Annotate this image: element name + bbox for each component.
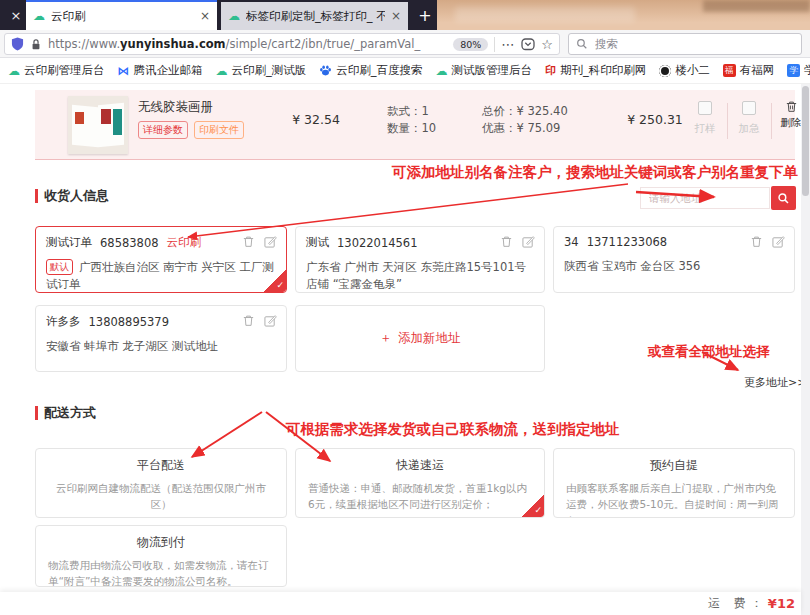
search-icon — [576, 38, 588, 50]
youfu-icon: 福 — [723, 64, 736, 77]
delivery-method-express-selected[interactable]: 快递速运 普通快递：申通、邮政随机发货，首重1kg以内6元，续重根据地区不同进行… — [295, 448, 545, 518]
new-tab-button[interactable]: + — [413, 4, 437, 26]
search-icon — [777, 192, 790, 205]
recipient-section-title: 收货人信息 — [35, 187, 109, 205]
proof-option: 打样 — [685, 100, 725, 136]
delivery-tip-annotation: 可根据需求选择发货或自己联系物流，送到指定地址 — [286, 420, 620, 439]
desktop-blur-shape — [703, 0, 810, 12]
recipient-name: 测试订单 — [46, 235, 92, 250]
address-search-button[interactable] — [771, 186, 796, 210]
delivery-method-freight-collect[interactable]: 物流到付 物流费用由物流公司收取，如需发物流，请在订单“附言”中备注需要发的物流… — [35, 525, 287, 587]
tab-yunyinshua[interactable]: ☁ 云印刷 × — [26, 0, 217, 30]
selected-check-corner: ✓ — [522, 495, 544, 517]
address-text: 陕西省 宝鸡市 金台区 356 — [564, 258, 784, 275]
delivery-method-pickup[interactable]: 预约自提 由顾客联系客服后亲自上门提取，广州市内免运费，外区收费5-10元。自提… — [553, 448, 795, 518]
url-bar[interactable]: https://www.yunyinshua.com/simple/cart2/… — [4, 33, 560, 55]
section-bar — [35, 189, 38, 203]
bookmark-test-admin[interactable]: ☁测试版管理后台 — [436, 63, 533, 78]
product-title[interactable]: 无线胶装画册 — [138, 99, 213, 116]
shield-icon[interactable] — [11, 37, 24, 51]
trash-icon — [785, 100, 798, 113]
browser-search-input[interactable] — [593, 36, 794, 52]
address-card[interactable]: 34 13711233068 陕西省 宝鸡市 金台区 356 — [553, 226, 795, 293]
browser-search-bar[interactable] — [568, 33, 802, 55]
discount-value: 优惠：¥ 75.09 — [482, 120, 568, 137]
bookmark-tencent-mail[interactable]: ⋈腾讯企业邮箱 — [118, 63, 203, 78]
trash-icon[interactable] — [242, 314, 255, 327]
address-search-box[interactable] — [640, 187, 770, 209]
address-card[interactable]: 许多多 13808895379 安徽省 蚌埠市 龙子湖区 测试地址 — [35, 305, 287, 372]
address-alias: 云印刷 — [167, 235, 202, 250]
recipient-phone: 13808895379 — [89, 315, 169, 329]
address-card-selected[interactable]: 测试订单 68583808 云印刷 默认广西壮族自治区 南宁市 兴宁区 工厂测试… — [35, 226, 287, 293]
method-name: 物流到付 — [48, 534, 274, 551]
delivery-method-platform[interactable]: 平台配送 云印刷网自建物流配送（配送范围仅限广州市区） — [35, 448, 287, 518]
pocket-icon[interactable] — [521, 37, 535, 51]
recipient-phone: 13711233068 — [587, 235, 667, 249]
selected-check-corner: ✓ — [264, 270, 286, 292]
product-image[interactable] — [68, 96, 128, 154]
address-card[interactable]: 测试 13022014561 广东省 广州市 天河区 东莞庄路15号101号店铺… — [295, 226, 545, 293]
subtotal-price: ¥ 250.31 — [615, 112, 695, 127]
print-file-tag[interactable]: 印刷文件 — [194, 121, 244, 139]
tencent-mail-icon: ⋈ — [118, 64, 130, 78]
section-title-text: 收货人信息 — [44, 187, 109, 205]
style-value: 款式：1 — [387, 103, 436, 120]
scrollbar-thumb[interactable] — [802, 86, 809, 196]
unit-price: ¥ 32.54 — [273, 112, 359, 127]
total-value: 总价：¥ 325.40 — [482, 103, 568, 120]
shipping-fee-value: ¥12 — [768, 596, 795, 611]
method-name: 平台配送 — [48, 457, 274, 474]
tab-label: 云印刷 — [51, 9, 194, 24]
edit-icon[interactable] — [264, 314, 277, 327]
bookmark-star-icon[interactable]: ☆ — [541, 37, 553, 52]
address-search-input[interactable] — [647, 191, 763, 205]
address-text: 广西壮族自治区 南宁市 兴宁区 工厂测试订单 — [46, 260, 274, 291]
style-quantity: 款式：1 数量：10 — [387, 103, 436, 137]
delivery-section-title: 配送方式 — [35, 404, 96, 422]
checkout-bottom-bar: 运 费： ¥12 — [0, 592, 801, 615]
tab-close-icon[interactable]: × — [391, 9, 401, 23]
edit-icon[interactable] — [522, 235, 535, 248]
zoom-level-badge[interactable]: 80% — [453, 38, 488, 51]
recipient-name: 34 — [564, 235, 579, 249]
tab-label-printing[interactable]: ☁ 标签印刷定制_标签打印_ 不干胶 × — [221, 2, 408, 30]
bookmark-xuehui[interactable]: 学学汇网 — [787, 63, 810, 78]
check-icon: ✓ — [534, 506, 544, 517]
detail-params-tag[interactable]: 详细参数 — [138, 121, 188, 139]
proof-checkbox[interactable] — [698, 101, 712, 115]
bookmark-louxiaoer[interactable]: 楼小二 — [659, 63, 710, 78]
cloud-icon: ☁ — [228, 10, 240, 22]
total-discount: 总价：¥ 325.40 优惠：¥ 75.09 — [482, 103, 568, 137]
address-text: 安徽省 蚌埠市 龙子湖区 测试地址 — [46, 338, 276, 355]
cloud-icon: ☁ — [8, 65, 20, 77]
edit-icon[interactable] — [772, 235, 785, 248]
add-address-button[interactable]: ＋ 添加新地址 — [295, 305, 545, 372]
trash-icon[interactable] — [750, 235, 763, 248]
rush-checkbox[interactable] — [742, 101, 756, 115]
cart-item-row: 无线胶装画册 详细参数 印刷文件 ¥ 32.54 款式：1 数量：10 总价：¥… — [35, 90, 795, 160]
trash-icon[interactable] — [242, 235, 255, 248]
recipient-phone: 13022014561 — [337, 236, 417, 250]
bookmarks-bar: ☁云印刷管理后台 ⋈腾讯企业邮箱 ☁云印刷_测试版 云印刷_百度搜索 ☁测试版管… — [0, 58, 810, 84]
keyin-icon: 印 — [545, 63, 556, 78]
cloud-icon: ☁ — [33, 10, 45, 22]
close-icon[interactable]: × — [6, 4, 26, 26]
more-address-link[interactable]: 更多地址>> — [744, 375, 806, 390]
bookmark-youfu[interactable]: 福有福网 — [723, 63, 775, 78]
address-tip-annotation: 可添加地址别名备注客户，搜索地址关键词或客户别名重复下单 — [392, 163, 798, 182]
desktop-blur-shape — [455, 7, 635, 22]
method-name: 快递速运 — [308, 457, 532, 474]
page-actions-icon[interactable]: ⋯ — [501, 37, 515, 52]
bookmark-keyin[interactable]: 印期刊_科印印刷网 — [545, 63, 646, 78]
page-content: 无线胶装画册 详细参数 印刷文件 ¥ 32.54 款式：1 数量：10 总价：¥… — [0, 84, 810, 615]
quantity-value: 数量：10 — [387, 120, 436, 137]
trash-icon[interactable] — [500, 235, 513, 248]
bookmark-baidu-search[interactable]: 云印刷_百度搜索 — [319, 63, 422, 78]
bookmark-yunyinshua-admin[interactable]: ☁云印刷管理后台 — [8, 63, 105, 78]
edit-icon[interactable] — [264, 235, 277, 248]
tab-close-icon[interactable]: × — [200, 9, 210, 23]
bookmark-yunyinshua-test[interactable]: ☁云印刷_测试版 — [216, 63, 307, 78]
browser-window: × ☁ 云印刷 × ☁ 标签印刷定制_标签打印_ 不干胶 × + https:/… — [0, 0, 810, 615]
cloud-icon: ☁ — [216, 65, 228, 77]
